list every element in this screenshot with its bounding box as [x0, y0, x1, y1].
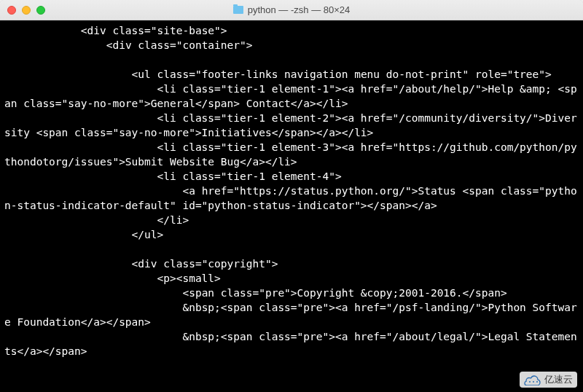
- watermark: 亿速云: [520, 372, 577, 388]
- svg-point-2: [536, 381, 538, 383]
- window-title: python — -zsh — 80×24: [0, 4, 583, 15]
- titlebar[interactable]: python — -zsh — 80×24: [0, 0, 583, 20]
- svg-point-1: [533, 381, 534, 383]
- watermark-text: 亿速云: [544, 373, 573, 386]
- terminal-output[interactable]: <div class="site-base"> <div class="cont…: [0, 20, 583, 392]
- zoom-button[interactable]: [36, 6, 45, 15]
- traffic-lights: [0, 6, 45, 15]
- close-button[interactable]: [7, 6, 16, 15]
- folder-icon: [233, 6, 243, 14]
- terminal-window: python — -zsh — 80×24 <div class="site-b…: [0, 0, 583, 392]
- svg-point-0: [529, 381, 531, 383]
- window-title-text: python — -zsh — 80×24: [248, 4, 351, 15]
- cloud-icon: [524, 375, 541, 385]
- minimize-button[interactable]: [22, 6, 31, 15]
